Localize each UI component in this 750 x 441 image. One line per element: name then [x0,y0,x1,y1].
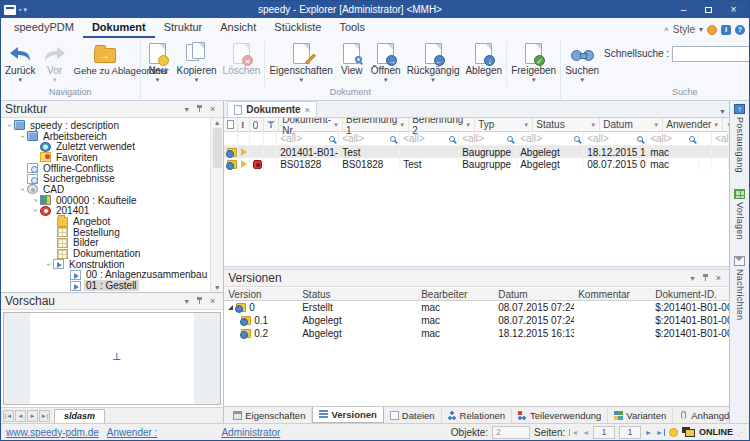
filter-typ[interactable]: <all> [459,132,517,146]
tab-eigenschaften[interactable]: Eigenschaften [227,407,312,423]
minimize-button[interactable]: – [671,1,696,18]
tab-speedypdm[interactable]: speedyPDM [5,19,83,38]
forward-button[interactable]: Vor ▼ [39,39,71,84]
expander-icon[interactable] [228,305,233,310]
filter-benennung2[interactable]: <all> [400,132,459,146]
column-datum[interactable]: Datum▼ [600,118,663,132]
prev-page-icon[interactable]: ◄ [15,410,26,422]
table-row[interactable]: BS01828 BS01828 Test Baugruppe Abgelegt … [224,158,729,170]
filter-dokument-nr[interactable]: <all> [277,132,339,146]
close-icon[interactable]: × [206,104,219,114]
tree-item-anlagenzusammenbau[interactable]: 00 : Anlagenzusammenbau [3,270,209,281]
next-page-icon[interactable]: ► [27,410,38,422]
tab-varianten[interactable]: Varianten [608,407,673,423]
tree-item-bilder[interactable]: Bilder [3,238,209,249]
column-typ[interactable]: Typ▼ [475,118,533,132]
new-document-button[interactable]: Neu ▼ [142,39,174,84]
tab-tools[interactable]: Tools [330,19,374,38]
last-page-icon[interactable]: ►| [39,410,50,422]
tab-versionen[interactable]: Versionen [312,407,383,423]
website-link[interactable]: www.speedy-pdm.de [6,427,99,438]
pin-icon[interactable] [193,296,206,306]
tree-item-bestellung[interactable]: Bestellung [3,227,209,238]
tree-item-cad[interactable]: ›CAD [3,184,209,195]
preview-tab-sldasm[interactable]: sldasm [54,409,105,423]
column-warning[interactable]: ! [238,118,250,132]
tree-item-offline-conflicts[interactable]: Offline-Conflicts [3,163,209,174]
column-anwender[interactable]: Anwender▼ [663,118,723,132]
tree-item-arbeitsbereich[interactable]: ›Arbeitsbereich [3,131,209,142]
last-page-icon[interactable]: ► [656,429,665,436]
tab-dokumente[interactable]: Dokumente × [227,101,317,117]
tree-item-zuletzt-verwendet[interactable]: Zuletzt verwendet [3,141,209,152]
release-button[interactable]: ✓ Freigeben ▼ [508,39,559,84]
column-datum[interactable]: Datum [494,289,574,300]
maximize-button[interactable] [696,1,721,18]
tab-close-icon[interactable]: × [305,105,310,115]
panel-menu-icon[interactable]: ▼ [686,275,699,282]
column-version[interactable]: Version [224,289,298,300]
column-status[interactable]: Status▼ [533,118,600,132]
expander-icon[interactable]: › [5,121,14,130]
column-benennung1[interactable]: Benennung 1▼ [343,118,409,132]
pin-icon[interactable] [193,104,206,114]
expander-icon[interactable]: › [31,196,40,205]
collapse-ribbon-icon[interactable]: ˄ [664,25,669,34]
column-benennung2[interactable]: Benennung 2▼ [409,118,475,132]
column-filter[interactable] [264,118,279,132]
panel-menu-icon[interactable]: ▼ [180,298,193,305]
column-kommentar[interactable]: Kommentar [574,289,651,300]
expander-icon[interactable]: › [18,132,27,141]
tab-stueckliste[interactable]: Stückliste [265,19,330,38]
prev-page-icon[interactable]: ◄ [582,429,589,436]
filter-datum[interactable]: <all> [584,132,647,146]
tree-item-angebot[interactable]: Angebot [3,216,209,227]
pin-icon[interactable] [699,273,712,283]
tab-dokument[interactable]: Dokument [83,19,155,38]
expander-icon[interactable]: › [31,206,40,215]
column-document-type[interactable] [224,118,238,132]
scroll-up-icon[interactable]: ▲ [214,119,221,126]
help-icon[interactable]: ? [735,25,745,35]
table-row[interactable]: 0.2 Abgelegt mac 18.12.2015 16:13:06 $:2… [224,327,729,340]
style-selector[interactable]: Style [673,24,695,35]
next-page-icon[interactable]: ► [645,429,652,436]
filter-anwender[interactable]: <all> [647,132,699,146]
copy-document-button[interactable]: Kopieren ▼ [174,39,220,84]
tree-item-favoriten[interactable]: Favoriten [3,152,209,163]
checkin-button[interactable]: ↓ Ablegen [462,39,505,76]
tree-item-dokumentation[interactable]: Dokumentation [3,248,209,259]
tab-relationen[interactable]: Relationen [442,407,512,423]
column-dokument-id[interactable]: Dokument-ID. [651,289,729,300]
open-button[interactable]: → Öffnen ▼ [368,39,404,84]
quick-search-input[interactable] [672,46,750,62]
column-chooser-icon[interactable]: ▼ [719,108,726,117]
tab-teileverwendung[interactable]: Teileverwendung [512,407,608,423]
first-page-icon[interactable]: ◄ [569,429,578,436]
side-tab-nachrichten[interactable]: Nachrichten [734,256,745,320]
table-row[interactable]: 0.1 Abgelegt mac 08.07.2015 07:24:28 $:2… [224,314,729,327]
back-button[interactable]: Zurück ▼ [2,39,39,84]
page-current[interactable]: 1 [593,426,615,439]
column-attachment[interactable] [250,118,264,132]
table-row[interactable]: 0 Erstellt mac 08.07.2015 07:24:24 $:201… [224,301,729,314]
delete-document-button[interactable]: × Löschen [220,39,264,76]
column-bearbeiter[interactable]: Bearbeiter [417,289,494,300]
resize-grip[interactable]: ⋰ [737,428,744,437]
tab-ansicht[interactable]: Ansicht [211,19,265,38]
feedback-icon[interactable] [707,25,717,35]
search-button[interactable]: Suchen ▼ [562,39,602,84]
view-button[interactable]: View [336,39,368,76]
properties-button[interactable]: Eigenschaften ▼ [266,39,335,84]
tree-item-konstruktion[interactable]: ›Konstruktion [3,259,209,270]
tab-dateien[interactable]: Dateien [384,407,442,423]
table-row[interactable]: 201401-B01-001 Test Baugruppe Abgelegt 1… [224,146,729,158]
filter-status[interactable]: <all> [517,132,584,146]
tree-item-gestell[interactable]: 01 : Gestell [3,280,209,291]
anwender-value-link[interactable]: Administrator [221,427,280,438]
filter-benennung1[interactable]: <all> [339,132,400,146]
tree-item-201401[interactable]: ›201401 [3,206,209,217]
column-dokument-nr[interactable]: Dokument-Nr.▼ [279,118,343,132]
tree-item-suchergebnisse[interactable]: Suchergebnisse [3,173,209,184]
expander-icon[interactable]: › [44,260,53,269]
